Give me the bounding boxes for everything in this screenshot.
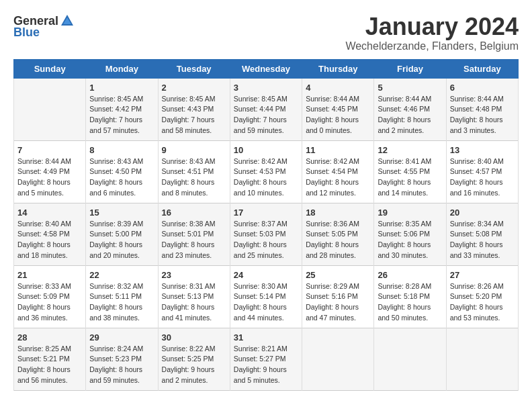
day-info-line: Sunset: 5:06 PM bbox=[378, 229, 442, 240]
day-info-line: and 59 minutes. bbox=[234, 126, 298, 136]
day-cell: 13Sunrise: 8:40 AMSunset: 4:57 PMDayligh… bbox=[446, 140, 518, 203]
calendar-title: January 2024 bbox=[345, 13, 519, 40]
day-number: 17 bbox=[234, 208, 298, 218]
col-friday: Friday bbox=[374, 59, 446, 78]
day-info-line: Sunset: 4:55 PM bbox=[378, 167, 442, 177]
day-info-line: and 0 minutes. bbox=[306, 126, 370, 136]
day-cell: 16Sunrise: 8:38 AMSunset: 5:01 PMDayligh… bbox=[158, 203, 230, 265]
day-info-line: Daylight: 8 hours bbox=[89, 240, 154, 250]
day-cell: 25Sunrise: 8:29 AMSunset: 5:16 PMDayligh… bbox=[302, 265, 374, 328]
day-info-line: Sunset: 5:27 PM bbox=[234, 354, 298, 365]
day-info: Sunrise: 8:34 AMSunset: 5:08 PMDaylight:… bbox=[450, 219, 515, 261]
day-info: Sunrise: 8:37 AMSunset: 5:03 PMDaylight:… bbox=[234, 219, 298, 261]
day-info-line: and 59 minutes. bbox=[89, 375, 154, 386]
day-info-line: Daylight: 8 hours bbox=[162, 240, 226, 250]
day-info: Sunrise: 8:38 AMSunset: 5:01 PMDaylight:… bbox=[162, 219, 226, 261]
day-info-line: Sunrise: 8:24 AM bbox=[89, 344, 154, 355]
day-info-line: and 14 minutes. bbox=[378, 188, 442, 199]
day-info-line: Daylight: 8 hours bbox=[378, 240, 442, 250]
day-info: Sunrise: 8:28 AMSunset: 5:18 PMDaylight:… bbox=[378, 281, 442, 324]
day-info-line: Sunrise: 8:29 AM bbox=[306, 281, 370, 292]
col-thursday: Thursday bbox=[302, 59, 374, 78]
header-row: Sunday Monday Tuesday Wednesday Thursday… bbox=[14, 59, 519, 78]
day-cell: 12Sunrise: 8:41 AMSunset: 4:55 PMDayligh… bbox=[374, 140, 446, 203]
day-cell: 4Sunrise: 8:44 AMSunset: 4:45 PMDaylight… bbox=[302, 78, 374, 140]
day-info-line: Sunset: 4:44 PM bbox=[234, 104, 298, 115]
day-cell: 21Sunrise: 8:33 AMSunset: 5:09 PMDayligh… bbox=[14, 265, 86, 328]
day-info-line: Sunset: 4:46 PM bbox=[378, 104, 442, 115]
day-info: Sunrise: 8:43 AMSunset: 4:50 PMDaylight:… bbox=[89, 156, 154, 199]
day-info-line: Sunrise: 8:45 AM bbox=[162, 94, 226, 105]
day-info-line: and 5 minutes. bbox=[234, 375, 298, 386]
day-number: 22 bbox=[89, 270, 154, 280]
day-info-line: and 41 minutes. bbox=[162, 313, 226, 324]
day-info-line: Daylight: 8 hours bbox=[234, 240, 298, 250]
day-info-line: and 50 minutes. bbox=[378, 313, 442, 324]
day-number: 31 bbox=[234, 332, 298, 342]
day-info-line: Sunrise: 8:30 AM bbox=[234, 281, 298, 292]
day-cell: 11Sunrise: 8:42 AMSunset: 4:54 PMDayligh… bbox=[302, 140, 374, 203]
day-info: Sunrise: 8:40 AMSunset: 4:57 PMDaylight:… bbox=[450, 156, 515, 199]
day-info-line: Sunrise: 8:44 AM bbox=[450, 94, 515, 105]
day-number: 10 bbox=[234, 145, 298, 155]
day-info-line: Sunset: 5:16 PM bbox=[306, 291, 370, 302]
day-info-line: and 18 minutes. bbox=[17, 250, 82, 261]
day-info-line: and 57 minutes. bbox=[89, 126, 154, 136]
day-info: Sunrise: 8:44 AMSunset: 4:48 PMDaylight:… bbox=[450, 94, 515, 136]
day-info-line: Daylight: 8 hours bbox=[89, 177, 154, 188]
day-cell: 29Sunrise: 8:24 AMSunset: 5:23 PMDayligh… bbox=[86, 328, 158, 390]
day-info-line: and 16 minutes. bbox=[450, 188, 515, 199]
day-info: Sunrise: 8:29 AMSunset: 5:16 PMDaylight:… bbox=[306, 281, 370, 324]
day-info-line: and 58 minutes. bbox=[162, 126, 226, 136]
day-cell: 14Sunrise: 8:40 AMSunset: 4:58 PMDayligh… bbox=[14, 203, 86, 265]
day-info-line: and 36 minutes. bbox=[17, 313, 82, 324]
day-info-line: Daylight: 8 hours bbox=[162, 177, 226, 188]
day-number: 27 bbox=[450, 270, 515, 280]
day-info-line: and 44 minutes. bbox=[234, 313, 298, 324]
day-info-line: Sunset: 5:03 PM bbox=[234, 229, 298, 240]
day-cell bbox=[446, 328, 518, 390]
day-info: Sunrise: 8:45 AMSunset: 4:42 PMDaylight:… bbox=[89, 94, 154, 136]
day-number: 13 bbox=[450, 145, 515, 155]
day-cell: 1Sunrise: 8:45 AMSunset: 4:42 PMDaylight… bbox=[86, 78, 158, 140]
title-block: January 2024 Wechelderzande, Flanders, B… bbox=[345, 13, 519, 52]
day-info: Sunrise: 8:44 AMSunset: 4:49 PMDaylight:… bbox=[17, 156, 82, 199]
day-cell: 20Sunrise: 8:34 AMSunset: 5:08 PMDayligh… bbox=[446, 203, 518, 265]
day-info-line: Sunrise: 8:36 AM bbox=[306, 219, 370, 230]
day-cell: 22Sunrise: 8:32 AMSunset: 5:11 PMDayligh… bbox=[86, 265, 158, 328]
day-number: 26 bbox=[378, 270, 442, 280]
day-number: 24 bbox=[234, 270, 298, 280]
day-info: Sunrise: 8:44 AMSunset: 4:45 PMDaylight:… bbox=[306, 94, 370, 136]
day-number: 4 bbox=[306, 83, 370, 93]
week-row-5: 28Sunrise: 8:25 AMSunset: 5:21 PMDayligh… bbox=[14, 328, 519, 390]
day-info: Sunrise: 8:24 AMSunset: 5:23 PMDaylight:… bbox=[89, 344, 154, 386]
day-info: Sunrise: 8:39 AMSunset: 5:00 PMDaylight:… bbox=[89, 219, 154, 261]
day-cell: 6Sunrise: 8:44 AMSunset: 4:48 PMDaylight… bbox=[446, 78, 518, 140]
col-saturday: Saturday bbox=[446, 59, 518, 78]
day-cell: 15Sunrise: 8:39 AMSunset: 5:00 PMDayligh… bbox=[86, 203, 158, 265]
day-info-line: Daylight: 8 hours bbox=[17, 240, 82, 250]
logo: General Blue bbox=[13, 13, 75, 40]
day-number: 29 bbox=[89, 332, 154, 342]
day-info-line: Daylight: 8 hours bbox=[306, 115, 370, 126]
day-cell: 2Sunrise: 8:45 AMSunset: 4:43 PMDaylight… bbox=[158, 78, 230, 140]
day-cell: 23Sunrise: 8:31 AMSunset: 5:13 PMDayligh… bbox=[158, 265, 230, 328]
day-info-line: Daylight: 8 hours bbox=[450, 115, 515, 126]
day-info-line: Sunrise: 8:45 AM bbox=[234, 94, 298, 105]
calendar-header: Sunday Monday Tuesday Wednesday Thursday… bbox=[14, 59, 519, 78]
day-cell bbox=[14, 78, 86, 140]
day-info-line: Sunrise: 8:44 AM bbox=[306, 94, 370, 105]
day-info-line: Sunset: 5:20 PM bbox=[450, 291, 515, 302]
day-info-line: Sunset: 4:43 PM bbox=[162, 104, 226, 115]
day-cell: 5Sunrise: 8:44 AMSunset: 4:46 PMDaylight… bbox=[374, 78, 446, 140]
day-info-line: Sunset: 4:54 PM bbox=[306, 167, 370, 177]
day-info-line: Daylight: 8 hours bbox=[306, 240, 370, 250]
day-info-line: and 20 minutes. bbox=[89, 250, 154, 261]
day-number: 21 bbox=[17, 270, 82, 280]
day-info-line: Sunrise: 8:28 AM bbox=[378, 281, 442, 292]
day-info-line: Sunrise: 8:42 AM bbox=[234, 156, 298, 167]
day-info-line: Sunrise: 8:40 AM bbox=[17, 219, 82, 230]
day-info-line: Sunset: 5:00 PM bbox=[89, 229, 154, 240]
calendar-table: Sunday Monday Tuesday Wednesday Thursday… bbox=[13, 59, 519, 391]
day-info-line: Sunrise: 8:43 AM bbox=[162, 156, 226, 167]
